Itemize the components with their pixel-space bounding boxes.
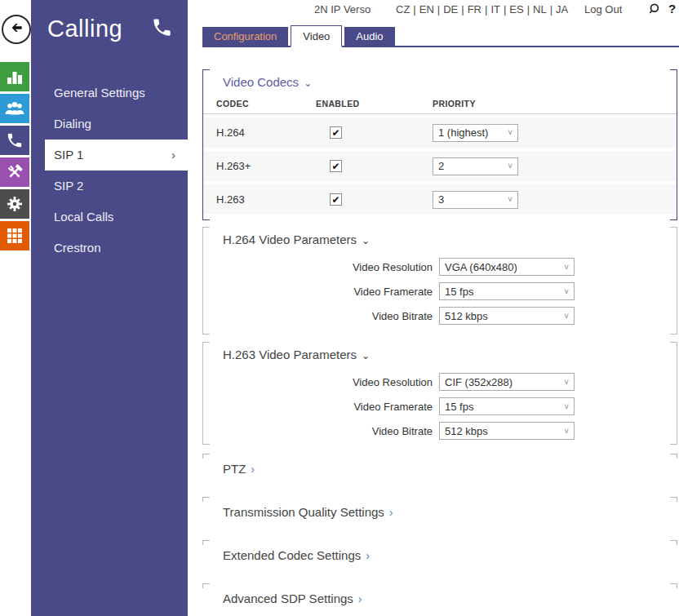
codec-name: H.263	[216, 193, 316, 206]
sidebar-item-dialing[interactable]: Dialing	[31, 109, 188, 140]
back-button[interactable]	[2, 15, 31, 44]
chevron-down-icon: ˅	[508, 162, 513, 171]
priority-select-value: 2	[438, 160, 444, 172]
tab-video[interactable]: Video	[291, 25, 342, 47]
section-title-label: PTZ	[223, 462, 246, 476]
param-row: Video Resolution VGA (640x480)˅	[202, 258, 677, 276]
chevron-down-icon: ˅	[564, 427, 569, 436]
section-ptz[interactable]: PTZ›	[202, 454, 677, 497]
system-icon[interactable]	[0, 189, 29, 219]
video-resolution-select[interactable]: CIF (352x288)˅	[439, 373, 575, 391]
video-bitrate-label: Video Bitrate	[202, 310, 439, 322]
column-enabled: ENABLED	[316, 99, 433, 109]
lang-es[interactable]: ES	[509, 3, 523, 16]
check-icon: ✔	[331, 127, 340, 139]
lang-fr[interactable]: FR	[468, 3, 482, 16]
lang-separator: |	[550, 3, 553, 16]
enabled-checkbox[interactable]: ✔	[330, 193, 342, 206]
sidebar-item-local-calls[interactable]: Local Calls	[31, 202, 188, 233]
lang-cz[interactable]: CZ	[396, 3, 410, 16]
tab-content: Video Codecs⌄ CODEC ENABLED PRIORITY H.2…	[202, 69, 677, 616]
lang-ja[interactable]: JA	[556, 3, 568, 16]
priority-select-value: 3	[438, 193, 444, 206]
lang-it[interactable]: IT	[490, 3, 500, 16]
tab-configuration[interactable]: Configuration	[202, 27, 288, 46]
section-transmission-quality[interactable]: Transmission Quality Settings›	[202, 497, 677, 540]
param-row: Video Framerate 15 fps˅	[202, 397, 677, 415]
language-switcher: CZ|EN|DE|FR|IT|ES|NL|JA	[396, 3, 568, 16]
chevron-right-icon: ›	[251, 463, 255, 476]
video-framerate-select[interactable]: 15 fps˅	[439, 397, 575, 415]
back-arrow-icon	[9, 21, 24, 38]
h264-param-rows: Video Resolution VGA (640x480)˅ Video Fr…	[202, 258, 677, 325]
chevron-down-icon: ˅	[508, 195, 513, 204]
priority-select[interactable]: 1 (highest)˅	[433, 124, 518, 142]
lang-separator: |	[527, 3, 530, 16]
video-resolution-label: Video Resolution	[202, 261, 439, 273]
section-h263-header[interactable]: H.263 Video Parameters⌄	[202, 342, 677, 361]
section-title-label: Video Codecs	[223, 75, 299, 89]
hardware-icon[interactable]	[0, 221, 29, 250]
search-icon[interactable]	[647, 2, 661, 19]
sidebar-item-label: SIP 1	[54, 140, 83, 171]
section-h264-header[interactable]: H.264 Video Parameters⌄	[202, 227, 677, 246]
directory-icon[interactable]	[0, 94, 29, 123]
phone-icon	[151, 16, 173, 42]
h263-param-rows: Video Resolution CIF (352x288)˅ Video Fr…	[202, 373, 677, 440]
select-value: VGA (640x480)	[445, 261, 517, 273]
video-framerate-label: Video Framerate	[202, 401, 439, 413]
lang-separator: |	[437, 3, 440, 16]
chevron-down-icon: ˅	[564, 287, 569, 296]
param-row: Video Bitrate 512 kbps˅	[202, 422, 677, 440]
tab-audio[interactable]: Audio	[344, 27, 394, 46]
table-row: H.263 ✔ 3˅	[202, 184, 677, 215]
chevron-down-icon: ˅	[564, 263, 569, 272]
video-bitrate-select[interactable]: 512 kbps˅	[439, 422, 575, 440]
section-title-label: Transmission Quality Settings	[223, 505, 384, 519]
lang-nl[interactable]: NL	[533, 3, 547, 16]
services-icon[interactable]	[0, 157, 29, 187]
priority-select[interactable]: 2˅	[433, 157, 518, 175]
chevron-down-icon: ˅	[508, 128, 513, 137]
calling-icon[interactable]	[0, 126, 29, 155]
video-resolution-select[interactable]: VGA (640x480)˅	[439, 258, 575, 276]
help-icon[interactable]: ?	[668, 2, 676, 16]
sidebar-title: Calling	[47, 16, 122, 42]
tab-bar: Configuration Video Audio	[202, 25, 679, 47]
section-extended-codec[interactable]: Extended Codec Settings›	[202, 540, 677, 583]
module-icon-strip	[0, 0, 31, 616]
select-value: CIF (352x288)	[445, 376, 513, 388]
lang-en[interactable]: EN	[419, 3, 434, 16]
section-video-codecs-header[interactable]: Video Codecs⌄	[202, 69, 677, 89]
check-icon: ✔	[331, 161, 340, 172]
select-value: 15 fps	[445, 286, 473, 298]
param-row: Video Resolution CIF (352x288)˅	[202, 373, 677, 391]
enabled-checkbox[interactable]: ✔	[330, 160, 342, 172]
sidebar: Calling General Settings Dialing SIP 1 ›…	[31, 0, 188, 616]
codec-name: H.263+	[216, 160, 316, 172]
sidebar-item-sip2[interactable]: SIP 2	[31, 171, 188, 202]
section-advanced-sdp[interactable]: Advanced SDP Settings›	[202, 583, 677, 616]
section-video-codecs: Video Codecs⌄ CODEC ENABLED PRIORITY H.2…	[202, 69, 677, 220]
sidebar-item-general-settings[interactable]: General Settings	[31, 78, 188, 109]
sidebar-item-crestron[interactable]: Crestron	[31, 233, 188, 264]
section-h264-parameters: H.264 Video Parameters⌄ Video Resolution…	[202, 227, 677, 335]
section-h263-parameters: H.263 Video Parameters⌄ Video Resolution…	[202, 342, 677, 445]
video-framerate-select[interactable]: 15 fps˅	[439, 282, 575, 300]
video-bitrate-select[interactable]: 512 kbps˅	[439, 307, 575, 325]
lang-de[interactable]: DE	[443, 3, 458, 16]
logout-button[interactable]: Log Out	[584, 3, 622, 16]
enabled-checkbox[interactable]: ✔	[330, 126, 342, 139]
check-icon: ✔	[331, 194, 340, 206]
select-value: 512 kbps	[445, 310, 488, 322]
table-row: H.263+ ✔ 2˅	[202, 151, 677, 181]
chevron-right-icon: ›	[171, 140, 175, 171]
chevron-down-icon: ˅	[564, 402, 569, 411]
video-bitrate-label: Video Bitrate	[202, 425, 439, 437]
priority-select[interactable]: 3˅	[433, 191, 518, 209]
sidebar-item-sip1[interactable]: SIP 1 ›	[45, 140, 188, 171]
lang-separator: |	[504, 3, 506, 16]
chevron-down-icon: ⌄	[304, 78, 312, 89]
statistics-icon[interactable]	[0, 62, 29, 91]
section-title-label: Extended Codec Settings	[223, 548, 361, 562]
